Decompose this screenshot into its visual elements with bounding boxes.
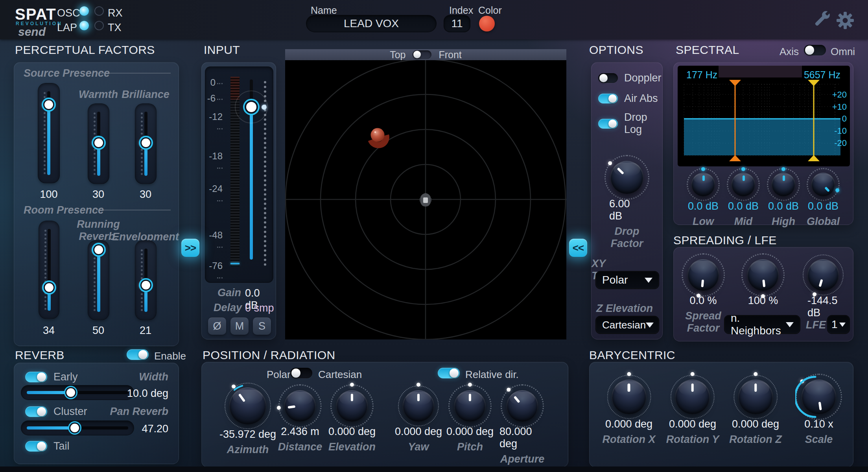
envelopment-slider[interactable] [135,240,157,320]
yaw-knob[interactable]: 0.000 deg Yaw [395,390,442,453]
drop-factor-label: Drop Factor [609,225,645,250]
doppler-label: Doppler [624,72,662,84]
chevron-down-icon [839,323,846,327]
mute-button[interactable]: M [230,317,249,335]
input-title: INPUT [204,43,240,57]
barycentric-title: BARYCENTRIC [589,348,675,362]
source-object[interactable] [371,128,386,145]
air-abs-label: Air Abs [624,92,658,105]
delay-label: Delay [214,302,242,314]
width-slider[interactable] [21,385,134,400]
cluster-toggle[interactable] [25,406,47,417]
lfe-count-select[interactable]: 1 [827,315,850,334]
divider [96,210,171,210]
delay-value: 0 smp [245,302,274,314]
eq-tick: -20 [834,138,847,148]
lfe-label: LFE [806,319,826,331]
wrench-icon[interactable] [813,8,832,28]
tail-toggle[interactable] [25,441,47,452]
spread-factor-knob[interactable]: 0.0 % Spread Factor [685,259,721,334]
eq-display[interactable]: 177 Hz 5657 Hz +20 +10 0 -10 -20 [678,66,850,166]
gain-fader-handle[interactable] [246,102,256,112]
gear-icon[interactable] [837,12,854,29]
eq-mid-knob[interactable]: 0.0 dB Mid [728,173,759,228]
eq-tick: +20 [832,90,847,100]
level-meter-signal [230,263,240,264]
reverb-panel: Early Width 10.0 deg Cluster Pan Reverb … [14,363,179,464]
room-presence-slider[interactable] [39,221,59,319]
polar-label: Polar [267,369,291,381]
omni-label: Omni [831,46,855,58]
meter-tick: -6 [205,93,223,104]
envelopment-value: 21 [140,324,151,337]
rotation-y-knob[interactable]: 0.000 deg Rotation Y [666,380,719,446]
xy-translation-select[interactable]: Polar [595,271,659,289]
early-toggle[interactable] [25,372,47,382]
expand-left-button[interactable]: >> [181,239,199,257]
cluster-label: Cluster [53,406,87,418]
relative-dir-label: Relative dir. [465,369,519,381]
aperture-knob[interactable]: 80.000 deg Aperture [499,390,545,465]
elevation-knob[interactable]: 0.000 deg Elevation [328,390,376,453]
solo-button[interactable]: S [253,317,271,335]
brilliance-value: 30 [140,188,151,201]
perceptual-title: PERCEPTUAL FACTORS [15,43,155,57]
doppler-toggle[interactable] [598,73,618,83]
distance-knob[interactable]: 2.436 m Distance [278,390,323,453]
relative-dir-toggle[interactable] [438,368,460,378]
pitch-knob[interactable]: 0.000 deg Pitch [446,390,494,453]
eq-global-knob[interactable]: 0.0 dB Global [807,173,840,228]
rotation-z-knob[interactable]: 0.000 deg Rotation Z [729,380,781,446]
brilliance-label: Brilliance [122,88,170,101]
meter-tick: -12 [205,111,223,133]
meter-tick: -24 [205,183,223,205]
listener-head-icon [420,193,431,206]
barycentric-panel: 0.000 deg Rotation X 0.000 deg Rotation … [589,362,853,467]
running-reverb-slider[interactable] [88,240,109,320]
reverb-title: REVERB [15,348,65,362]
cartesian-label: Cartesian [318,369,362,381]
drop-log-toggle[interactable] [598,119,618,129]
z-elevation-select[interactable]: Cartesian [595,316,659,334]
reverb-enable-toggle[interactable] [127,349,149,360]
source-presence-slider[interactable] [38,83,60,183]
phase-invert-button[interactable]: Ø [208,317,226,335]
top-front-toggle[interactable] [413,50,431,59]
drop-factor-knob[interactable]: 6.00 dB Drop Factor [609,161,645,250]
meter-tick: -18 [205,151,223,173]
azimuth-knob[interactable]: -35.972 deg Azimuth [219,387,276,456]
brilliance-slider[interactable] [135,103,157,184]
view-mode-bar: Top Front [285,49,566,60]
scale-knob[interactable]: 0.10 x Scale [802,380,836,446]
eq-low-knob[interactable]: 0.0 dB Low [688,173,719,228]
bottom-strip [0,466,868,472]
drop-log-label: Drop Log [624,111,662,136]
spectral-title: SPECTRAL [676,43,739,57]
tail-label: Tail [53,440,70,452]
width-label: Width [139,371,168,383]
spatial-view[interactable] [285,60,566,339]
eq-high-knob[interactable]: 0.0 dB High [768,173,799,228]
pan-reverb-slider[interactable] [21,420,134,435]
spread-mode-select[interactable]: n. Neighbors [724,315,800,334]
reverb-enable-label: Enable [154,350,186,362]
polar-cartesian-toggle[interactable] [290,368,312,378]
warmth-slider[interactable] [88,103,109,184]
rotation-x-knob[interactable]: 0.000 deg Rotation X [603,380,656,446]
width-value: 10.0 deg [127,387,168,400]
pair-spread-knob[interactable]: 100 % [747,259,779,307]
eq-high-freq-value: 5657 Hz [804,69,840,80]
chevron-down-icon [786,322,794,327]
spat-send-window: SPAT REVOLUTION send OSC RX LAP TX Name … [0,0,868,472]
air-abs-toggle[interactable] [598,94,618,103]
collapse-right-button[interactable]: << [569,239,587,257]
lfe-level-knob[interactable]: -144.5 dB [807,259,839,319]
input-panel: 0 -6 -12 -18 -24 -48 -76 Gain 0.0 dB Del… [201,62,276,339]
position-title: POSITION / RADIATION [203,348,335,362]
spreading-title: SPREADING / LFE [673,234,777,247]
options-panel: Doppler Air Abs Drop Log 6.00 dB Drop Fa… [591,62,663,339]
gain-label: Gain [217,287,241,299]
axis-omni-toggle[interactable] [804,45,826,55]
perceptual-panel: Source Presence Warmth Brilliance 100 30… [14,62,179,346]
top-view-label: Top [390,49,405,61]
